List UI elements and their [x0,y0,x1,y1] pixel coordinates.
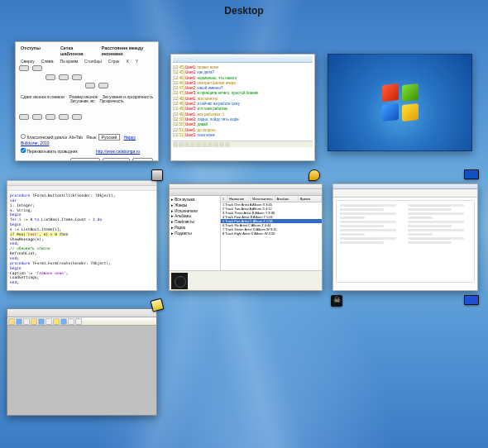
column-header[interactable]: Название [227,196,251,202]
slider-shiftx[interactable] [21,104,26,129]
group-grid: Сетка шаблонов [60,45,90,57]
slider-cols[interactable] [60,64,65,89]
thumbnail-windows-desktop[interactable] [328,54,472,151]
lbl-lang: Язык: [86,135,97,140]
tree-item[interactable]: ▸ Вся музыка [171,198,218,203]
tree-item[interactable]: ▸ Исполнители [171,209,218,215]
paint-canvas[interactable] [7,326,156,408]
music-player-controls[interactable] [170,270,322,290]
code-line: end; [10,280,154,285]
chat-toolbar [173,141,313,147]
slider-x[interactable] [87,64,92,89]
slider-transp[interactable] [74,104,79,129]
slider-rows[interactable] [74,64,79,89]
lbl-y: Y [136,59,138,64]
tree-item[interactable]: ▸ Радио [171,226,218,231]
music-tracklist[interactable]: #НазваниеИсполнительАльбомВремя 1 Track … [221,196,322,270]
tree-item[interactable]: ▸ Подкасты [171,231,218,237]
thumbnail-settings-dialog[interactable]: Отступы Сетка шаблонов Расстояние между … [15,41,159,161]
slider-fade[interactable] [60,104,65,129]
tree-item[interactable]: ▸ Альбомы [171,214,218,220]
checkbox-classic-alttab[interactable] [21,134,26,139]
lbl-rows: Строк [108,59,120,64]
settings-app-icon [151,169,163,181]
switcher-title: Desktop [224,5,263,17]
chat-titlebar [173,56,313,63]
lbl-intercept: Перехватывать проводник [26,149,77,154]
column-header[interactable]: Исполнитель [251,196,275,202]
paint-toolbar[interactable] [7,317,156,326]
slider-left[interactable] [34,64,39,89]
lbl-transp: Прозрачность [100,99,124,104]
checkbox-intercept-explorer[interactable] [21,148,26,153]
slider-iconsize[interactable] [47,104,52,129]
credit-url[interactable]: http://www.calabonga.ru [96,149,140,154]
album-art [171,273,188,289]
exit-button[interactable]: Выход [132,158,153,161]
track-row[interactable]: 8 Track Eight Artist D Album W 3:50 [221,231,322,236]
music-toolbar [170,189,322,196]
slider-y[interactable] [100,64,105,89]
tree-item[interactable]: ▸ Плейлисты [171,220,218,226]
lbl-shift: Сдвиг иконок в панели [21,94,65,100]
column-header[interactable]: Альбом [275,196,299,202]
desktop-app-icon [464,169,479,179]
slider-edge[interactable] [47,64,52,89]
column-header[interactable]: # [221,196,227,202]
group-spacing: Расстояние между иконками [102,45,153,57]
apply-button[interactable]: Применить [70,158,100,161]
group-indents: Отступы [21,45,41,57]
language-select[interactable]: Русский [98,134,121,141]
chat-app-icon [309,169,320,181]
music-tree[interactable]: ▸ Вся музыка▸ Жанры▸ Исполнители▸ Альбом… [170,196,221,270]
slider-top[interactable] [21,64,26,89]
office-page [336,200,475,283]
editor-app-icon [150,298,164,312]
lbl-classic: Классический диалог Alt+Tab [26,135,83,140]
music-app-icon [331,295,342,307]
lbl-x: X [127,59,129,64]
thumbnail-code-editor[interactable]: procedure TForm1.Button1Click(Sender: TO… [7,180,157,291]
cancel-button[interactable]: Отменить [103,158,130,161]
office-ribbon[interactable] [333,189,477,198]
thumbnail-paint-editor[interactable] [7,308,157,416]
thumbnail-music-player[interactable]: ▸ Вся музыка▸ Жанры▸ Исполнители▸ Альбом… [169,183,323,291]
chat-line: [12:51] User2: пока всем [173,133,313,138]
windows-logo-icon [382,84,419,121]
paint-titlebar [7,309,156,317]
thumbnail-chat-window[interactable]: [12:45] User1: привет всем[12:45] User2:… [170,54,315,161]
thumbnail-office-document[interactable] [333,183,478,291]
column-header[interactable]: Время [299,196,322,202]
slider-shifty[interactable] [34,104,39,129]
tree-item[interactable]: ▸ Жанры [171,203,218,209]
office-app-icon [464,295,479,305]
